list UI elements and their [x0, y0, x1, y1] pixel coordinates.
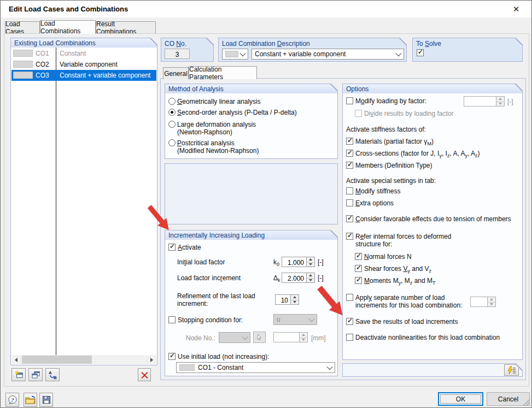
scroll-right-icon[interactable]	[147, 355, 156, 364]
annotation-arrow-icon	[315, 285, 344, 316]
horizontal-scrollbar[interactable]	[11, 355, 156, 364]
radio-postcritical[interactable]	[168, 139, 176, 146]
copy-load-combination-button[interactable]	[28, 368, 43, 381]
divide-results-label: Divide results by loading factor	[364, 110, 453, 117]
radio-second-order[interactable]	[168, 109, 176, 116]
row-id: CO1	[36, 50, 49, 57]
tab-result-combinations[interactable]: Result Combinations	[96, 21, 156, 34]
dialog-title: Edit Load Cases and Combinations	[9, 5, 128, 13]
node-displacement-spinner[interactable]	[299, 332, 308, 342]
help-icon: ?	[8, 395, 17, 405]
stiffness-header-label: Activate stiffness factors of:	[346, 126, 426, 133]
renumber-button[interactable]: A B	[45, 368, 60, 381]
svg-text:?: ?	[11, 397, 14, 403]
radio-large-deformation[interactable]	[168, 121, 176, 128]
open-button[interactable]	[24, 393, 37, 407]
load-factor-increment-field[interactable]	[282, 273, 307, 283]
tab-general[interactable]: General	[163, 67, 189, 79]
new-load-combination-button[interactable]	[11, 368, 26, 381]
delete-button[interactable]	[138, 368, 151, 381]
special-settings-header-label: Activate special settings in tab:	[346, 177, 436, 185]
tab-label: General	[164, 70, 188, 78]
options-group: Options ✓ Modify loading by factor: [-] …	[342, 84, 523, 360]
color-swatch	[225, 51, 238, 57]
divide-results-checkbox[interactable]: ✓	[355, 110, 362, 117]
initial-load-case-combobox[interactable]: CO1 - Constant	[176, 362, 335, 373]
scrollbar-thumb[interactable]	[22, 356, 92, 364]
ok-button[interactable]: OK	[438, 392, 483, 406]
node-displacement-field[interactable]	[273, 332, 300, 342]
incrementally-increasing-loading-group: Incrementally Increasing Loading ✓ Activ…	[165, 230, 338, 376]
pick-node-button[interactable]	[253, 332, 266, 343]
modify-loading-spinner[interactable]	[496, 96, 505, 107]
node-no-combobox[interactable]	[219, 332, 250, 343]
save-results-checkbox[interactable]: ✓	[346, 318, 353, 325]
use-initial-load-checkbox[interactable]: ✓	[168, 353, 176, 360]
save-button[interactable]	[39, 393, 53, 407]
extra-options-checkbox[interactable]: ✓	[346, 199, 353, 206]
refinement-spinner[interactable]	[290, 294, 299, 305]
deactivate-nonlinearities-label: Deactivate nonlinearities for this load …	[355, 334, 500, 341]
svg-text:A: A	[49, 370, 52, 375]
members-checkbox[interactable]: ✓	[346, 162, 353, 169]
apply-separate-field[interactable]	[470, 297, 488, 307]
stopping-condition-checkbox[interactable]: ✓	[168, 316, 176, 323]
tab-calculation-parameters[interactable]: Calculation Parameters	[189, 66, 257, 79]
help-button[interactable]: ?	[5, 393, 19, 407]
row-desc: Constant + variable component	[60, 72, 150, 79]
options-footer-bar	[342, 363, 523, 377]
edit-load-cases-dialog: Edit Load Cases and Combinations ✕ Load …	[0, 0, 532, 408]
existing-load-combinations-panel: Existing Load Combinations CO1 Constant …	[10, 38, 157, 365]
copy-load-combination-icon	[31, 370, 40, 379]
refinement-field[interactable]	[275, 294, 291, 305]
activate-checkbox[interactable]: ✓	[168, 244, 176, 251]
load-factor-increment-spinner[interactable]	[306, 273, 315, 283]
initial-load-factor-field[interactable]	[282, 257, 307, 267]
initial-load-factor-spinner[interactable]	[306, 257, 315, 267]
normal-forces-checkbox[interactable]: ✓	[355, 253, 362, 260]
radio-geometrically-linear[interactable]	[168, 98, 176, 105]
to-solve-checkbox[interactable]: ✓	[417, 49, 424, 56]
apply-separate-spinner[interactable]	[487, 297, 496, 307]
tab-load-cases[interactable]: Load Cases	[5, 21, 40, 34]
panel-notch	[515, 38, 523, 45]
title-bar: Edit Load Cases and Combinations ✕	[1, 1, 531, 17]
resize-grip[interactable]	[523, 399, 530, 406]
group-title: Method of Analysis	[165, 84, 337, 93]
modify-loading-checkbox[interactable]: ✓	[346, 97, 353, 104]
modify-loading-label: Modify loading by factor:	[355, 97, 426, 105]
tab-label: Calculation Parameters	[189, 66, 256, 81]
dropdown-chevron-icon	[326, 364, 332, 370]
shear-forces-checkbox[interactable]: ✓	[355, 265, 362, 272]
moments-checkbox[interactable]: ✓	[355, 277, 362, 284]
stopping-condition-label: Stopping condition for:	[178, 316, 243, 324]
refer-internal-checkbox[interactable]: ✓	[346, 233, 353, 240]
list-item-co3-selected[interactable]: CO3 Constant + variable component	[11, 70, 156, 81]
apply-separate-checkbox[interactable]: ✓	[346, 294, 353, 301]
deactivate-nonlinearities-checkbox[interactable]: ✓	[346, 334, 353, 341]
list-item-co1[interactable]: CO1 Constant	[11, 48, 156, 59]
apply-separate-label: Apply separate number of load increments…	[355, 294, 469, 309]
cross-sections-checkbox[interactable]: ✓	[346, 150, 353, 157]
radio-label: Second-order analysis (P-Delta / P-delta…	[177, 109, 297, 116]
close-icon[interactable]: ✕	[510, 4, 523, 15]
to-solve-label: To Solve	[416, 40, 441, 48]
moments-label: Moments My, Mz and MT	[364, 277, 436, 287]
description-color-combobox[interactable]	[222, 49, 248, 60]
method-of-analysis-group: Method of Analysis Geometrically linear …	[165, 84, 338, 159]
stopping-condition-combobox[interactable]: u	[273, 314, 317, 325]
consider-favorable-checkbox[interactable]: ✓	[346, 215, 353, 222]
tab-load-combinations[interactable]: Load Combinations	[40, 20, 96, 34]
initial-load-case-value: CO1 - Constant	[198, 364, 243, 371]
modify-stiffness-checkbox[interactable]: ✓	[346, 187, 353, 194]
scroll-left-icon[interactable]	[11, 355, 21, 364]
existing-panel-header: Existing Load Combinations	[11, 38, 157, 48]
materials-checkbox[interactable]: ✓	[346, 138, 353, 145]
to-solve-panel: To Solve ✓	[412, 38, 523, 62]
svg-text:B: B	[54, 375, 57, 380]
tab-label: Load Combinations	[40, 20, 95, 35]
modify-loading-field[interactable]	[464, 96, 496, 107]
co-no-field[interactable]	[165, 49, 190, 59]
description-combobox[interactable]: Constant + variable component	[252, 49, 404, 60]
list-item-co2[interactable]: CO2 Variable component	[11, 59, 156, 70]
